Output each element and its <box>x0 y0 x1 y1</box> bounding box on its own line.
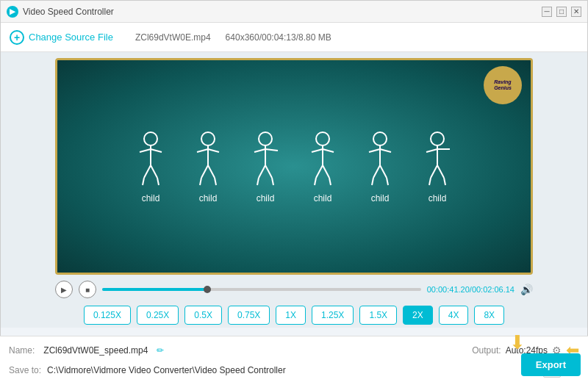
bottom-bar: Name: ZCl69dVtW0E_speed.mp4 ✏ Output: Au… <box>0 336 588 382</box>
arrow-down-icon: ⬇ <box>509 331 526 354</box>
svg-point-16 <box>259 132 272 145</box>
speed-button-4X[interactable]: 4X <box>439 306 469 325</box>
svg-line-42 <box>426 149 437 152</box>
speed-button-2X[interactable]: 2X <box>403 306 433 325</box>
child-svg <box>190 130 226 189</box>
time-display: 00:00:41.20/00:02:06.14 <box>427 285 514 294</box>
save-path: C:\Vidmore\Vidmore Video Converter\Video… <box>47 365 537 375</box>
svg-line-46 <box>429 178 431 185</box>
child-figure: child <box>190 130 226 203</box>
edit-icon[interactable]: ✏ <box>157 345 164 356</box>
speed-button-025X[interactable]: 0.25X <box>137 306 179 325</box>
svg-line-35 <box>380 149 391 152</box>
speed-buttons: 0.125X0.25X0.5X0.75X1X1.25X1.5X2X4X8X <box>84 306 504 325</box>
progress-track[interactable] <box>102 288 421 291</box>
svg-line-47 <box>444 178 445 185</box>
child-svg <box>132 130 169 189</box>
svg-point-0 <box>144 132 157 145</box>
svg-line-39 <box>387 178 388 185</box>
child-figure: child <box>247 130 284 203</box>
speed-button-075X[interactable]: 0.75X <box>228 306 270 325</box>
bottom-row2: Save to: C:\Vidmore\Vidmore Video Conver… <box>9 363 579 378</box>
name-value: ZCl69dVtW0E_speed.mp4 <box>43 345 148 356</box>
svg-line-28 <box>316 165 323 178</box>
svg-line-19 <box>265 149 278 151</box>
svg-point-24 <box>316 132 329 145</box>
svg-line-29 <box>323 165 329 178</box>
title-text: Video Speed Controller <box>23 7 542 17</box>
minimize-button[interactable]: ─ <box>542 7 552 17</box>
bottom-row1: Name: ZCl69dVtW0E_speed.mp4 ✏ Output: Au… <box>9 341 579 360</box>
svg-point-8 <box>201 132 215 145</box>
child-label: child <box>314 193 332 203</box>
speed-button-05X[interactable]: 0.5X <box>184 306 222 325</box>
svg-line-3 <box>151 149 162 152</box>
svg-line-44 <box>431 165 437 178</box>
plus-icon: + <box>10 30 24 45</box>
window-controls: ─ □ ✕ <box>542 7 581 17</box>
title-bar: ▶ Video Speed Controller ─ □ ✕ <box>1 1 587 23</box>
file-name: ZCl69dVtW0E.mp4 <box>135 32 211 43</box>
maximize-button[interactable]: □ <box>556 7 567 17</box>
speed-button-125X[interactable]: 1.25X <box>312 306 354 325</box>
svg-line-7 <box>157 178 159 185</box>
svg-line-11 <box>208 149 219 152</box>
speed-button-15X[interactable]: 1.5X <box>359 306 397 325</box>
child-figure: child <box>362 130 398 203</box>
child-label: child <box>371 193 390 203</box>
top-bar: + Change Source File ZCl69dVtW0E.mp4 640… <box>1 23 587 52</box>
svg-point-40 <box>431 132 444 145</box>
current-time: 00:00:41.20 <box>427 285 470 294</box>
child-figure: child <box>304 130 341 203</box>
raving-genius-logo: RavingGenius <box>484 66 522 104</box>
volume-icon[interactable]: 🔊 <box>520 284 533 295</box>
svg-line-21 <box>265 165 272 178</box>
path-value: C:\Vidmore\Vidmore Video Converter\Video… <box>47 365 286 375</box>
svg-line-27 <box>323 149 334 152</box>
progress-fill <box>102 288 207 291</box>
change-source-button[interactable]: + Change Source File <box>10 30 113 45</box>
svg-line-23 <box>272 178 273 185</box>
speed-button-8X[interactable]: 8X <box>474 306 504 325</box>
total-time: 00:02:06.14 <box>472 285 514 294</box>
child-label: child <box>199 193 218 203</box>
speed-button-1X[interactable]: 1X <box>276 306 306 325</box>
child-label: child <box>429 193 447 203</box>
export-button[interactable]: Export <box>521 353 581 376</box>
children-container: child child <box>132 130 456 203</box>
svg-line-37 <box>380 165 387 178</box>
name-label: Name: <box>9 345 35 356</box>
svg-line-13 <box>208 165 215 178</box>
svg-line-26 <box>312 149 323 152</box>
svg-line-4 <box>144 165 151 178</box>
save-to-label: Save to: <box>9 365 41 375</box>
svg-line-18 <box>254 149 265 152</box>
svg-line-38 <box>372 178 373 185</box>
svg-point-32 <box>373 132 387 145</box>
svg-line-12 <box>201 165 208 178</box>
svg-line-36 <box>373 165 380 178</box>
play-button[interactable]: ▶ <box>55 281 73 298</box>
svg-line-14 <box>200 178 201 185</box>
progress-area: ▶ ■ 00:00:41.20/00:02:06.14 🔊 <box>55 281 533 298</box>
close-button[interactable]: ✕ <box>571 7 581 17</box>
progress-thumb <box>204 286 211 293</box>
svg-line-2 <box>140 149 151 152</box>
main-content: RavingGenius child <box>1 52 587 328</box>
svg-line-22 <box>257 178 259 185</box>
stop-button[interactable]: ■ <box>79 281 96 298</box>
svg-line-20 <box>259 165 265 178</box>
svg-line-31 <box>329 178 331 185</box>
file-meta: 640x360/00:04:13/8.80 MB <box>226 32 331 43</box>
svg-line-10 <box>197 149 208 152</box>
child-label: child <box>142 193 160 203</box>
app-icon: ▶ <box>7 6 18 18</box>
svg-line-6 <box>143 178 144 185</box>
speed-button-0125X[interactable]: 0.125X <box>84 306 131 325</box>
change-source-label: Change Source File <box>29 32 113 43</box>
child-figure: child <box>419 130 456 203</box>
output-label: Output: <box>472 345 501 356</box>
svg-line-5 <box>151 165 157 178</box>
video-preview: RavingGenius child <box>55 58 533 275</box>
svg-line-45 <box>437 165 444 178</box>
